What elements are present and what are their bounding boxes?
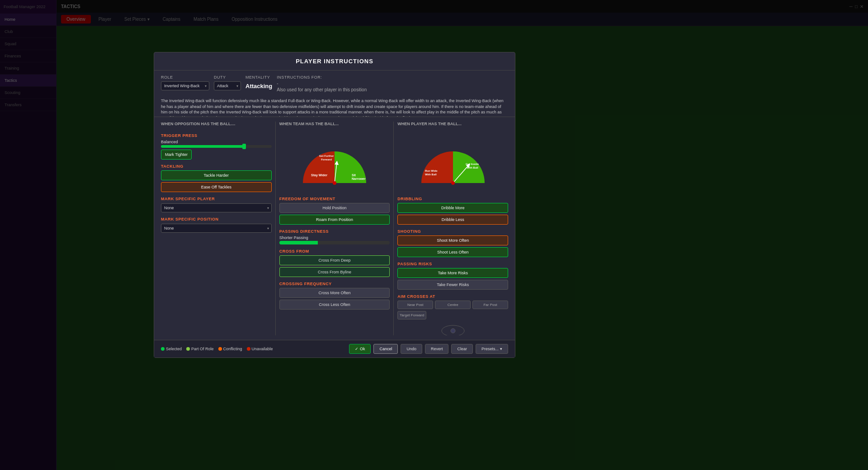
svg-point-16 [451,329,455,333]
passing-risks-label: PASSING RISKS [397,262,508,266]
modal-title: PLAYER INSTRUCTIONS [154,52,515,70]
col-player: WHEN PLAYER HAS THE BALL... Run Wide Wit… [393,122,508,335]
presets-button[interactable]: Presets... ▾ [476,344,508,354]
take-fewer-risks-button[interactable]: Take Fewer Risks [397,280,508,290]
passing-slider-fill [279,241,318,244]
mentality-group: MENTALITY Attacking [245,75,272,92]
shooting-section: SHOOTING Shoot More Often Shoot Less Oft… [397,229,508,257]
player-semicircle: Run Wide With Ball Cut Inside With Ball [397,133,508,192]
tackling-label: TACKLING [161,164,272,169]
trigger-press-label: TRIGGER PRESS [161,133,272,138]
dribble-less-button[interactable]: Dribble Less [397,215,508,225]
clear-button[interactable]: Clear [451,344,473,354]
col-opposition: WHEN OPPOSITION HAS THE BALL.... TRIGGER… [161,122,275,335]
aim-crosses-label: AIM CROSSES AT [397,294,508,299]
cross-from-byline-button[interactable]: Cross From Byline [279,267,390,277]
trigger-press-slider-label: Balanced [161,140,272,144]
role-row: ROLE Inverted Wing-Back Wing-Back Full-B… [154,70,515,94]
shoot-more-often-button[interactable]: Shoot More Often [397,235,508,245]
take-more-risks-button[interactable]: Take More Risks [397,268,508,278]
col3-header: WHEN PLAYER HAS THE BALL... [397,122,508,126]
legend-part-of-role-label: Part Of Role [191,347,214,351]
duty-label: DUTY [214,75,241,80]
mark-specific-player-label: MARK SPECIFIC PLAYER [161,197,272,201]
tackle-harder-button[interactable]: Tackle Harder [161,170,272,180]
role-select[interactable]: Inverted Wing-Back Wing-Back Full-Back [161,81,209,90]
col1-header: WHEN OPPOSITION HAS THE BALL.... [161,122,272,126]
cross-from-deep-button[interactable]: Cross From Deep [279,255,390,265]
aim-crosses-section: AIM CROSSES AT Near Post Centre Far Post… [397,294,508,335]
team-semicircle: Stay Wider Get Further Forward Sit Narro… [279,133,390,192]
mark-tighter-button[interactable]: Mark Tighter [161,150,192,160]
passing-slider-bar[interactable] [279,241,390,244]
ease-off-tackles-button[interactable]: Ease Off Tackles [161,182,272,192]
role-select-wrap: Inverted Wing-Back Wing-Back Full-Back ▾ [161,81,209,90]
trigger-press-slider-thumb [242,144,246,149]
hold-position-button[interactable]: Hold Position [279,203,390,213]
cross-less-often-button[interactable]: Cross Less Often [279,300,390,310]
revert-button[interactable]: Revert [425,344,449,354]
aim-crosses-grid: Near Post Centre Far Post [397,301,508,309]
player-semicircle-svg: Run Wide With Ball Cut Inside With Ball [417,133,489,192]
legend-part-of-role-dot [186,347,190,351]
presets-arrow: ▾ [500,347,502,351]
svg-text:Get Further: Get Further [319,155,334,157]
passing-directness-section: PASSING DIRECTNESS Shorter Passing [279,229,390,244]
trigger-press-slider-bar[interactable] [161,145,272,148]
legend-conflicting-label: Conflicting [223,347,242,351]
mark-specific-position-section: MARK SPECIFIC POSITION None ▾ [161,217,272,233]
passing-slider-label: Shorter Passing [279,235,390,240]
tackling-section: TACKLING Tackle Harder Ease Off Tackles [161,164,272,192]
team-semicircle-svg: Stay Wider Get Further Forward Sit Narro… [298,133,371,192]
far-post-button[interactable]: Far Post [472,301,508,309]
instructions-for-note: Also used for any other player in this p… [277,87,508,92]
cancel-button[interactable]: Cancel [373,344,398,354]
trigger-press-section: TRIGGER PRESS Balanced Mark Tighter [161,133,272,160]
mark-player-select[interactable]: None [161,203,272,212]
legend-conflicting-dot [218,347,222,351]
svg-text:Forward: Forward [321,158,332,161]
legend-conflicting: Conflicting [218,347,242,351]
role-group: ROLE Inverted Wing-Back Wing-Back Full-B… [161,75,209,92]
role-label: ROLE [161,75,209,80]
cross-from-label: CROSS FROM [279,249,390,254]
modal-body: WHEN OPPOSITION HAS THE BALL.... TRIGGER… [154,117,515,340]
mentality-label: MENTALITY [245,75,272,80]
aim-circle-area [397,322,508,335]
mark-specific-position-label: MARK SPECIFIC POSITION [161,217,272,221]
roam-from-position-button[interactable]: Roam From Position [279,215,390,225]
mark-position-select[interactable]: None [161,224,272,233]
legend-selected: Selected [161,347,182,351]
legend-unavailable: Unavailable [247,347,273,351]
cross-from-section: CROSS FROM Cross From Deep Cross From By… [279,249,390,277]
svg-point-14 [451,181,455,185]
dribbling-label: DRIBBLING [397,197,508,201]
dribbling-section: DRIBBLING Dribble More Dribble Less [397,197,508,225]
near-post-button[interactable]: Near Post [397,301,433,309]
svg-text:Sit: Sit [352,174,356,177]
mark-specific-player-section: MARK SPECIFIC PLAYER None ▾ [161,197,272,212]
svg-text:Narrower: Narrower [352,177,366,180]
svg-text:Stay Wider: Stay Wider [311,174,327,177]
shoot-less-often-button[interactable]: Shoot Less Often [397,247,508,257]
cross-more-often-button[interactable]: Cross More Often [279,288,390,298]
instructions-for-group: INSTRUCTIONS FOR: - Also used for any ot… [277,75,508,92]
footer-buttons: ✓ Ok Cancel Undo Revert Clear Presets...… [349,344,508,354]
aim-circle-svg [439,322,467,335]
duty-select[interactable]: Attack Support Defend [214,81,241,90]
svg-point-7 [333,181,336,185]
ok-button[interactable]: ✓ Ok [349,344,371,354]
trigger-press-slider-fill [161,145,244,148]
target-forward-button[interactable]: Target Forward [397,311,426,320]
svg-text:With Ball: With Ball [467,166,478,169]
legend-selected-dot [161,347,165,351]
player-instructions-modal: PLAYER INSTRUCTIONS ROLE Inverted Wing-B… [154,52,515,358]
undo-button[interactable]: Undo [401,344,422,354]
centre-button[interactable]: Centre [435,301,471,309]
modal-footer: Selected Part Of Role Conflicting Unavai… [154,340,515,357]
shooting-label: SHOOTING [397,229,508,234]
passing-risks-section: PASSING RISKS Take More Risks Take Fewer… [397,262,508,290]
dribble-more-button[interactable]: Dribble More [397,203,508,213]
description-box: The Inverted Wing-Back will function def… [154,94,515,117]
svg-text:Run Wide: Run Wide [425,169,438,172]
